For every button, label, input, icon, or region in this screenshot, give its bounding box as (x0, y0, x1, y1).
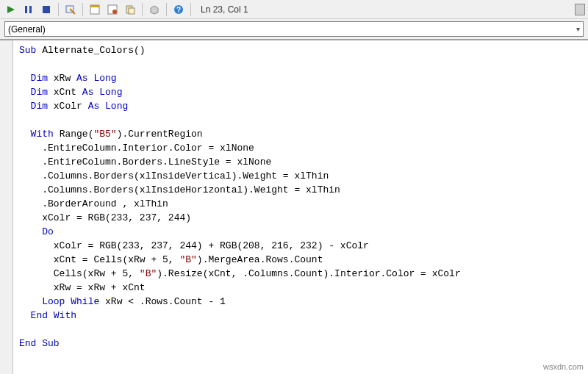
design-mode-button[interactable] (62, 1, 79, 18)
stop-button[interactable] (38, 1, 54, 18)
svg-rect-10 (129, 8, 135, 14)
toolbox-button[interactable] (146, 1, 162, 18)
cursor-position: Ln 23, Col 1 (201, 4, 248, 15)
svg-rect-6 (90, 5, 99, 7)
toolbar: ? Ln 23, Col 1 (0, 0, 588, 19)
project-explorer-button[interactable] (87, 1, 103, 18)
object-dropdown[interactable]: (General) ▾ (4, 21, 584, 37)
svg-rect-3 (43, 6, 50, 13)
pause-button[interactable] (21, 1, 37, 18)
separator (82, 3, 83, 16)
scrollbar-stub[interactable] (575, 4, 585, 15)
watermark: wsxdn.com (543, 362, 584, 371)
svg-text:?: ? (176, 6, 181, 14)
code-editor[interactable]: Sub Alternate_Colors() Dim xRw As Long D… (0, 40, 588, 374)
help-button[interactable]: ? (171, 1, 187, 18)
run-button[interactable] (3, 1, 19, 18)
separator (190, 3, 191, 16)
separator (142, 3, 143, 16)
properties-button[interactable] (104, 1, 121, 18)
svg-rect-2 (29, 6, 32, 13)
svg-rect-1 (25, 6, 27, 13)
svg-marker-0 (7, 6, 15, 13)
object-selector-bar: (General) ▾ (0, 19, 588, 40)
chevron-down-icon: ▾ (576, 25, 580, 33)
separator (166, 3, 167, 16)
object-browser-button[interactable] (122, 1, 138, 18)
object-dropdown-value: (General) (8, 24, 46, 35)
separator (58, 3, 59, 16)
editor-gutter (0, 40, 13, 374)
code-area[interactable]: Sub Alternate_Colors() Dim xRw As Long D… (13, 40, 588, 374)
svg-point-8 (112, 10, 117, 14)
